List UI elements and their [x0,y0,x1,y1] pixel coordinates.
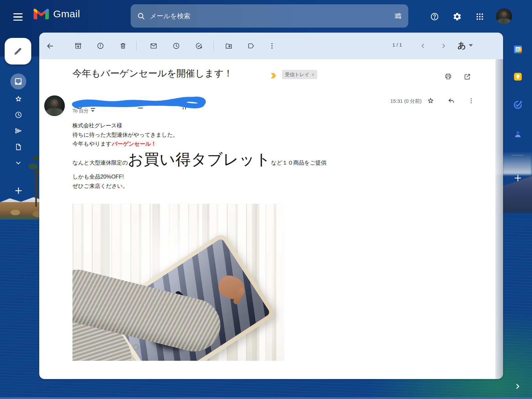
compose-pencil-icon [13,46,23,56]
label-chip-text: 受信トレイ [285,71,310,78]
newer-chevron-icon[interactable] [416,39,430,53]
screen-bottom-edge [0,397,532,399]
email-timestamp: 15:31 (0 分前) [372,98,422,104]
gmail-wordmark: Gmail [53,8,80,20]
main-menu-icon[interactable] [10,11,26,23]
message-more-icon[interactable] [464,93,478,108]
gmail-header: Gmail [0,0,532,33]
mark-unread-icon[interactable] [146,39,161,53]
sidebar-item-sent[interactable] [10,123,26,139]
sidebar-item-snoozed[interactable] [10,107,26,123]
help-icon[interactable] [427,9,443,25]
sidebar-item-drafts[interactable] [10,139,26,155]
gmail-logo: Gmail [33,8,80,20]
mail-view-card: 1 / 1 あ 今年もバーゲンセールを開催します！ 受信トレイ × [39,33,503,379]
document-icon [14,143,22,151]
toolbar-separator [213,41,214,51]
plus-icon [513,174,522,183]
red-highlight-text: バーゲンセール！ [111,141,157,147]
pagination-indicator: 1 / 1 [392,42,402,48]
print-icon[interactable] [441,69,456,84]
sender-avatar[interactable] [44,95,65,116]
input-method-selector[interactable]: あ [458,40,473,51]
scrollbar[interactable] [495,59,503,379]
tune-icon[interactable] [394,12,402,20]
chevron-right-icon [514,383,521,390]
sidebar-add-label[interactable] [10,183,26,199]
keep-icon[interactable] [512,71,523,82]
compose-button[interactable] [5,38,31,65]
search-icon[interactable] [137,12,145,20]
body-big-line: なんと大型連休限定のお買い得タブレットなど１０商品をご提供 [72,155,438,168]
calendar-icon[interactable]: 31 [512,44,523,55]
label-icon[interactable] [244,39,258,53]
open-in-new-icon[interactable] [460,69,474,84]
send-icon [14,127,23,135]
email-body: 株式会社グレース様 待ちに待った大型連休がやってきました。 今年もやりますバーゲ… [72,121,438,191]
archive-icon[interactable] [71,39,85,53]
tasks-icon[interactable] [512,99,523,110]
delete-icon[interactable] [116,39,130,53]
add-to-tasks-icon[interactable] [192,39,206,53]
caret-down-icon [469,44,473,47]
to-label: To 自分 [72,108,88,114]
body-line: 株式会社グレース様 [72,121,438,130]
search-input[interactable] [150,12,389,20]
chevron-down-icon [14,159,22,167]
apps-grid-icon[interactable] [472,9,488,25]
gmail-m-icon [33,8,49,20]
star-icon [14,95,23,103]
email-photo [72,204,284,361]
svg-text:31: 31 [516,48,520,51]
star-message-icon[interactable] [423,93,438,108]
inbox-label-chip[interactable]: 受信トレイ × [282,70,317,79]
get-addons-button[interactable] [512,172,523,184]
account-avatar[interactable] [496,8,512,24]
email-subject: 今年もバーゲンセールを開催します！ [72,67,233,80]
body-line: 今年もやりますバーゲンセール！ [72,139,438,149]
mail-toolbar: 1 / 1 あ [39,33,503,59]
side-panel-divider [512,155,524,155]
sidebar-item-starred[interactable] [10,91,26,107]
label-remove-icon[interactable]: × [312,72,315,77]
inbox-icon [14,77,23,86]
more-options-icon[interactable] [265,39,279,53]
sidebar-item-inbox[interactable] [10,73,26,89]
report-spam-icon[interactable] [93,39,108,53]
details-caret-icon[interactable] [91,110,94,112]
snooze-icon[interactable] [169,39,184,53]
importance-marker-icon[interactable] [270,72,278,79]
sidebar-item-more[interactable] [10,155,26,171]
big-promo-text: お買い得タブレット [128,151,271,168]
recipient-line[interactable]: To 自分 [72,108,94,114]
ime-label: あ [458,40,466,51]
settings-gear-icon[interactable] [449,9,465,25]
older-chevron-icon[interactable] [436,39,451,53]
plus-icon [14,186,23,195]
mail-content: 今年もバーゲンセールを開催します！ 受信トレイ × To 自分 [39,59,495,379]
body-line: 待ちに待った大型連休がやってきました。 [72,130,438,140]
toolbar-separator [136,41,137,51]
body-line: ぜひご来店ください。 [72,182,438,191]
reply-icon[interactable] [444,93,459,108]
back-arrow-icon[interactable] [43,39,57,53]
gmail-app: { "app": { "name": "Gmail" }, "header": … [0,0,532,399]
contacts-icon[interactable] [512,128,523,140]
clock-icon [14,111,23,119]
body-line: しかも全品20%OFF! [72,172,438,182]
search-bar[interactable] [131,4,408,28]
move-to-icon[interactable] [221,39,236,53]
show-side-panel-chevron[interactable] [511,380,524,393]
